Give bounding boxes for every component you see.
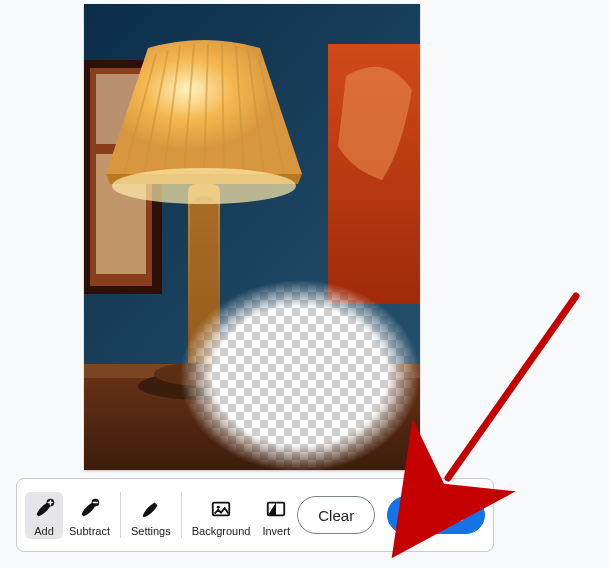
svg-point-30 bbox=[217, 505, 220, 508]
toolbar: Add Subtract Settings Background bbox=[16, 478, 494, 552]
background-tool[interactable]: Background bbox=[186, 492, 257, 539]
brush-minus-icon bbox=[76, 496, 102, 522]
editor-stage: Add Subtract Settings Background bbox=[0, 0, 609, 568]
add-tool[interactable]: Add bbox=[25, 492, 63, 539]
divider bbox=[120, 492, 121, 538]
invert-icon bbox=[263, 496, 289, 522]
settings-tool-label: Settings bbox=[131, 526, 171, 537]
brush-plus-icon bbox=[31, 496, 57, 522]
svg-line-32 bbox=[448, 296, 576, 478]
subtract-tool-label: Subtract bbox=[69, 526, 110, 537]
clear-button-label: Clear bbox=[318, 507, 354, 524]
subtract-tool[interactable]: Subtract bbox=[63, 492, 116, 539]
settings-tool[interactable]: Settings bbox=[125, 492, 177, 539]
remove-button[interactable]: Remove bbox=[387, 496, 485, 534]
canvas-image bbox=[84, 4, 420, 470]
add-tool-label: Add bbox=[34, 526, 54, 537]
background-tool-label: Background bbox=[192, 526, 251, 537]
invert-tool[interactable]: Invert bbox=[256, 492, 296, 539]
divider bbox=[181, 492, 182, 538]
svg-rect-26 bbox=[84, 4, 420, 470]
brush-icon bbox=[138, 496, 164, 522]
image-icon bbox=[208, 496, 234, 522]
remove-button-label: Remove bbox=[408, 507, 464, 524]
clear-button[interactable]: Clear bbox=[297, 496, 375, 534]
invert-tool-label: Invert bbox=[262, 526, 290, 537]
image-canvas[interactable] bbox=[84, 4, 420, 470]
